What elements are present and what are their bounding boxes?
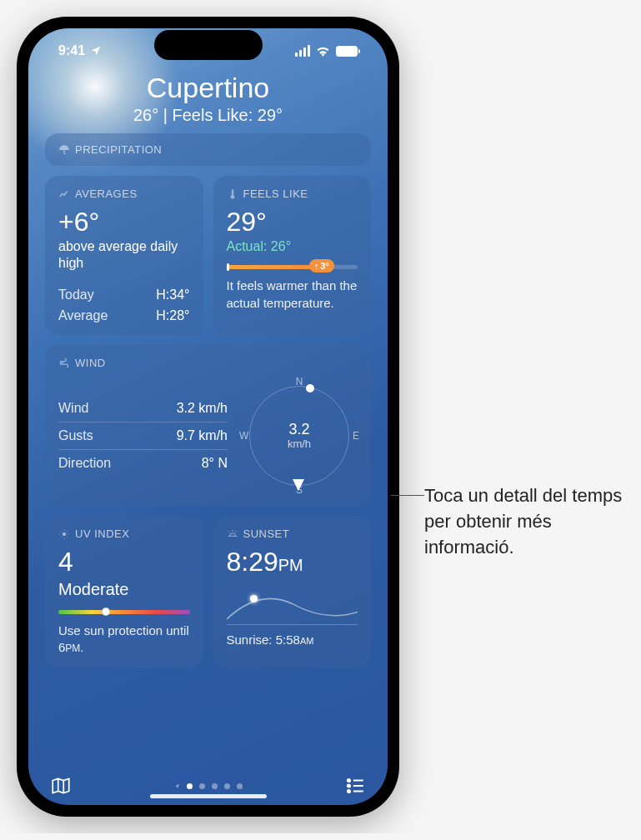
svg-point-3 <box>348 790 350 792</box>
averages-value: +6° <box>58 208 190 237</box>
averages-tile[interactable]: AVERAGES +6° above average daily high To… <box>45 176 203 335</box>
signal-icon <box>295 45 310 57</box>
avg-average-label: Average <box>58 308 108 323</box>
wind-icon <box>58 358 70 369</box>
page-dot <box>237 783 243 789</box>
precipitation-tile[interactable]: PRECIPITATION <box>45 133 371 166</box>
thermometer-icon <box>227 188 238 200</box>
location-icon <box>90 45 102 57</box>
wind-arrow-head <box>293 479 304 491</box>
location-dot-icon <box>174 783 180 789</box>
sunrise-label: Sunrise: 5:58AM <box>227 632 358 648</box>
feelslike-slider: ↑3° <box>227 265 358 269</box>
uv-desc: Use sun protection until 6PM. <box>58 622 190 657</box>
uv-value: 4 <box>58 548 190 577</box>
sunset-chart <box>227 583 358 625</box>
uv-title: UV INDEX <box>75 528 129 540</box>
chart-icon <box>58 188 70 200</box>
wind-title: WIND <box>75 357 106 369</box>
wind-direction-label: Direction <box>58 456 111 471</box>
page-indicator[interactable] <box>174 783 243 789</box>
feelslike-value: 29° <box>227 208 358 237</box>
sunset-time: 8:29PM <box>227 548 358 577</box>
wind-gusts-label: Gusts <box>58 428 93 443</box>
sunset-title: SUNSET <box>243 528 290 540</box>
svg-point-2 <box>348 784 350 787</box>
wind-gusts-value: 9.7 km/h <box>177 428 228 443</box>
feelslike-tile[interactable]: FEELS LIKE 29° Actual: 26° ↑3° It feels … <box>213 176 372 335</box>
battery-icon <box>336 46 358 57</box>
averages-desc: above average daily high <box>58 238 190 273</box>
svg-point-1 <box>348 779 350 782</box>
uv-tile[interactable]: UV INDEX 4 Moderate Use sun protection u… <box>45 516 203 668</box>
home-indicator[interactable] <box>150 794 267 798</box>
weather-screen: 9:41 Cupertino 26° | Feels Like: 29° PRE… <box>28 28 388 805</box>
compass-value: 3.2 <box>288 422 309 438</box>
feelslike-diff-pill: ↑3° <box>309 259 334 272</box>
city-name: Cupertino <box>45 72 371 104</box>
uv-level: Moderate <box>58 578 190 600</box>
wind-tile[interactable]: WIND Wind3.2 km/h Gusts9.7 km/h Directio… <box>45 345 371 506</box>
svg-point-0 <box>63 532 67 536</box>
umbrella-icon <box>58 144 70 156</box>
avg-average-value: H:28° <box>156 308 189 323</box>
wind-speed-label: Wind <box>58 401 88 416</box>
precipitation-title: PRECIPITATION <box>75 143 162 156</box>
status-time: 9:41 <box>58 43 85 58</box>
temp-summary: 26° | Feels Like: 29° <box>45 106 371 125</box>
iphone-frame: 9:41 Cupertino 26° | Feels Like: 29° PRE… <box>17 17 399 817</box>
bottom-toolbar <box>28 763 388 805</box>
location-header[interactable]: Cupertino 26° | Feels Like: 29° <box>28 58 388 133</box>
feelslike-title: FEELS LIKE <box>243 188 308 200</box>
map-icon[interactable] <box>50 775 72 797</box>
compass-unit: km/h <box>288 438 311 450</box>
sunset-icon <box>227 528 238 540</box>
wifi-icon <box>316 46 330 57</box>
page-dot <box>224 783 230 789</box>
wind-speed-value: 3.2 km/h <box>177 401 228 416</box>
page-dot <box>199 783 205 789</box>
feelslike-desc: It feels warmer than the actual temperat… <box>227 278 358 312</box>
uv-slider <box>58 610 190 614</box>
dynamic-island <box>154 30 263 60</box>
list-icon[interactable] <box>344 775 366 797</box>
avg-today-label: Today <box>58 288 94 302</box>
averages-title: AVERAGES <box>75 188 138 200</box>
callout-annotation: Toca un detall del temps per obtenir més… <box>424 483 624 560</box>
page-dot <box>212 783 218 789</box>
page-dot <box>187 783 193 789</box>
wind-compass: N S W E 3.2km/h <box>241 378 358 494</box>
avg-today-value: H:34° <box>156 288 189 302</box>
feelslike-actual: Actual: 26° <box>227 238 358 256</box>
sunset-tile[interactable]: SUNSET 8:29PM Sunrise: 5:58AM <box>213 516 372 668</box>
sun-icon <box>58 528 70 540</box>
wind-direction-value: 8° N <box>202 456 228 471</box>
